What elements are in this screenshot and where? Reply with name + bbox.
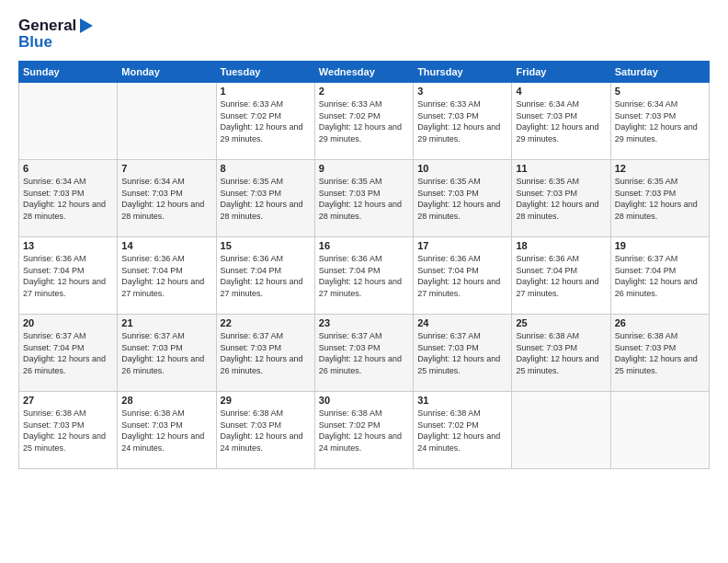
day-of-week-header: Tuesday: [216, 62, 314, 83]
calendar-cell: 16Sunrise: 6:36 AM Sunset: 7:04 PM Dayli…: [314, 237, 413, 315]
day-number: 26: [615, 317, 705, 328]
day-number: 29: [221, 395, 311, 406]
calendar-cell: 15Sunrise: 6:36 AM Sunset: 7:04 PM Dayli…: [216, 237, 314, 315]
day-info: Sunrise: 6:38 AM Sunset: 7:03 PM Dayligh…: [516, 330, 606, 376]
calendar-header-row: SundayMondayTuesdayWednesdayThursdayFrid…: [19, 62, 710, 83]
calendar-cell: 26Sunrise: 6:38 AM Sunset: 7:03 PM Dayli…: [610, 315, 709, 392]
calendar-cell: 17Sunrise: 6:36 AM Sunset: 7:04 PM Dayli…: [414, 237, 512, 315]
day-info: Sunrise: 6:33 AM Sunset: 7:02 PM Dayligh…: [319, 98, 409, 144]
day-info: Sunrise: 6:37 AM Sunset: 7:03 PM Dayligh…: [319, 330, 409, 376]
day-info: Sunrise: 6:33 AM Sunset: 7:03 PM Dayligh…: [417, 98, 507, 144]
day-number: 8: [221, 163, 311, 174]
day-number: 18: [516, 240, 606, 251]
calendar-week-row: 20Sunrise: 6:37 AM Sunset: 7:04 PM Dayli…: [19, 315, 710, 392]
day-number: 28: [121, 395, 211, 406]
day-of-week-header: Sunday: [19, 62, 118, 83]
day-number: 25: [516, 317, 606, 328]
calendar-cell: 19Sunrise: 6:37 AM Sunset: 7:04 PM Dayli…: [610, 237, 709, 315]
calendar-cell: 30Sunrise: 6:38 AM Sunset: 7:02 PM Dayli…: [314, 392, 413, 469]
day-of-week-header: Thursday: [414, 62, 512, 83]
day-info: Sunrise: 6:37 AM Sunset: 7:03 PM Dayligh…: [221, 330, 311, 376]
calendar-cell: 12Sunrise: 6:35 AM Sunset: 7:03 PM Dayli…: [610, 160, 709, 237]
calendar-cell: 4Sunrise: 6:34 AM Sunset: 7:03 PM Daylig…: [512, 83, 610, 160]
day-info: Sunrise: 6:36 AM Sunset: 7:04 PM Dayligh…: [221, 253, 311, 299]
day-number: 1: [221, 86, 311, 97]
day-number: 21: [121, 317, 211, 328]
calendar-cell: [118, 83, 216, 160]
day-number: 13: [23, 240, 113, 251]
day-info: Sunrise: 6:35 AM Sunset: 7:03 PM Dayligh…: [615, 176, 705, 222]
day-number: 5: [615, 86, 705, 97]
calendar-cell: 31Sunrise: 6:38 AM Sunset: 7:02 PM Dayli…: [414, 392, 512, 469]
day-number: 30: [319, 395, 409, 406]
day-of-week-header: Monday: [118, 62, 216, 83]
calendar-cell: 23Sunrise: 6:37 AM Sunset: 7:03 PM Dayli…: [314, 315, 413, 392]
day-info: Sunrise: 6:34 AM Sunset: 7:03 PM Dayligh…: [121, 176, 211, 222]
day-info: Sunrise: 6:36 AM Sunset: 7:04 PM Dayligh…: [417, 253, 507, 299]
day-number: 3: [417, 86, 507, 97]
day-number: 10: [417, 163, 507, 174]
header: General Blue: [18, 17, 710, 52]
day-number: 27: [23, 395, 113, 406]
calendar-cell: 14Sunrise: 6:36 AM Sunset: 7:04 PM Dayli…: [118, 237, 216, 315]
logo: General Blue: [18, 17, 93, 52]
calendar-cell: [512, 392, 610, 469]
calendar-cell: 13Sunrise: 6:36 AM Sunset: 7:04 PM Dayli…: [19, 237, 118, 315]
calendar-week-row: 13Sunrise: 6:36 AM Sunset: 7:04 PM Dayli…: [19, 237, 710, 315]
day-of-week-header: Wednesday: [314, 62, 413, 83]
day-info: Sunrise: 6:36 AM Sunset: 7:04 PM Dayligh…: [516, 253, 606, 299]
day-info: Sunrise: 6:33 AM Sunset: 7:02 PM Dayligh…: [221, 98, 311, 144]
day-info: Sunrise: 6:37 AM Sunset: 7:03 PM Dayligh…: [417, 330, 507, 376]
calendar-cell: 8Sunrise: 6:35 AM Sunset: 7:03 PM Daylig…: [216, 160, 314, 237]
day-number: 12: [615, 163, 705, 174]
calendar-cell: [19, 83, 118, 160]
calendar-cell: 1Sunrise: 6:33 AM Sunset: 7:02 PM Daylig…: [216, 83, 314, 160]
logo-blue-text: Blue: [18, 33, 52, 52]
calendar-cell: 21Sunrise: 6:37 AM Sunset: 7:03 PM Dayli…: [118, 315, 216, 392]
day-number: 7: [121, 163, 211, 174]
calendar-cell: 7Sunrise: 6:34 AM Sunset: 7:03 PM Daylig…: [118, 160, 216, 237]
day-number: 9: [319, 163, 409, 174]
day-number: 20: [23, 317, 113, 328]
calendar-cell: 28Sunrise: 6:38 AM Sunset: 7:03 PM Dayli…: [118, 392, 216, 469]
day-info: Sunrise: 6:38 AM Sunset: 7:02 PM Dayligh…: [417, 408, 507, 454]
day-info: Sunrise: 6:38 AM Sunset: 7:03 PM Dayligh…: [221, 408, 311, 454]
page: General Blue SundayMondayTuesdayWednesda…: [0, 0, 728, 563]
calendar-cell: 20Sunrise: 6:37 AM Sunset: 7:04 PM Dayli…: [19, 315, 118, 392]
day-info: Sunrise: 6:34 AM Sunset: 7:03 PM Dayligh…: [615, 98, 705, 144]
calendar-cell: 6Sunrise: 6:34 AM Sunset: 7:03 PM Daylig…: [19, 160, 118, 237]
day-number: 31: [417, 395, 507, 406]
day-info: Sunrise: 6:38 AM Sunset: 7:03 PM Dayligh…: [121, 408, 211, 454]
day-info: Sunrise: 6:38 AM Sunset: 7:03 PM Dayligh…: [615, 330, 705, 376]
day-number: 6: [23, 163, 113, 174]
calendar-cell: 29Sunrise: 6:38 AM Sunset: 7:03 PM Dayli…: [216, 392, 314, 469]
calendar-cell: 25Sunrise: 6:38 AM Sunset: 7:03 PM Dayli…: [512, 315, 610, 392]
day-number: 19: [615, 240, 705, 251]
day-number: 24: [417, 317, 507, 328]
day-number: 15: [221, 240, 311, 251]
day-info: Sunrise: 6:37 AM Sunset: 7:04 PM Dayligh…: [615, 253, 705, 299]
calendar-cell: 9Sunrise: 6:35 AM Sunset: 7:03 PM Daylig…: [314, 160, 413, 237]
day-info: Sunrise: 6:35 AM Sunset: 7:03 PM Dayligh…: [221, 176, 311, 222]
calendar-cell: 27Sunrise: 6:38 AM Sunset: 7:03 PM Dayli…: [19, 392, 118, 469]
calendar-cell: 22Sunrise: 6:37 AM Sunset: 7:03 PM Dayli…: [216, 315, 314, 392]
day-number: 22: [221, 317, 311, 328]
day-info: Sunrise: 6:34 AM Sunset: 7:03 PM Dayligh…: [23, 176, 113, 222]
logo-arrow-icon: [80, 18, 93, 33]
calendar-table: SundayMondayTuesdayWednesdayThursdayFrid…: [18, 61, 710, 469]
calendar-cell: 18Sunrise: 6:36 AM Sunset: 7:04 PM Dayli…: [512, 237, 610, 315]
day-info: Sunrise: 6:38 AM Sunset: 7:02 PM Dayligh…: [319, 408, 409, 454]
calendar-week-row: 1Sunrise: 6:33 AM Sunset: 7:02 PM Daylig…: [19, 83, 710, 160]
day-number: 11: [516, 163, 606, 174]
day-number: 4: [516, 86, 606, 97]
calendar-cell: 11Sunrise: 6:35 AM Sunset: 7:03 PM Dayli…: [512, 160, 610, 237]
day-info: Sunrise: 6:36 AM Sunset: 7:04 PM Dayligh…: [23, 253, 113, 299]
calendar-week-row: 27Sunrise: 6:38 AM Sunset: 7:03 PM Dayli…: [19, 392, 710, 469]
logo-general-text: General: [18, 17, 76, 35]
calendar-week-row: 6Sunrise: 6:34 AM Sunset: 7:03 PM Daylig…: [19, 160, 710, 237]
calendar-cell: 10Sunrise: 6:35 AM Sunset: 7:03 PM Dayli…: [414, 160, 512, 237]
calendar-cell: 24Sunrise: 6:37 AM Sunset: 7:03 PM Dayli…: [414, 315, 512, 392]
calendar-cell: 2Sunrise: 6:33 AM Sunset: 7:02 PM Daylig…: [314, 83, 413, 160]
day-of-week-header: Saturday: [610, 62, 709, 83]
day-info: Sunrise: 6:36 AM Sunset: 7:04 PM Dayligh…: [121, 253, 211, 299]
